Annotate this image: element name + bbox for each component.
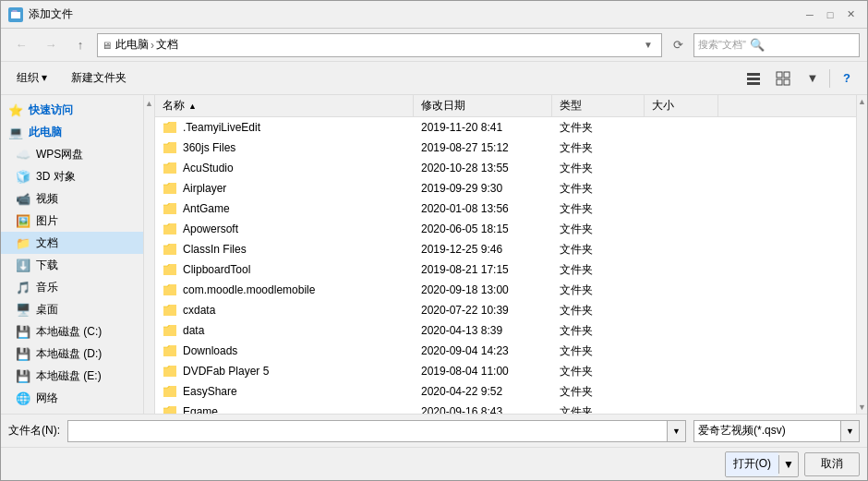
file-row-9[interactable]: cxdata2020-07-22 10:39文件夹 <box>155 300 856 320</box>
sidebar-item-label-12: 本地磁盘 (E:) <box>36 368 102 384</box>
file-type-cell-6: 文件夹 <box>552 239 645 259</box>
col-header-name[interactable]: 名称 ▲ <box>155 95 414 116</box>
sidebar-items-container: ⭐快速访问💻此电脑☁️WPS网盘🧊3D 对象📹视频🖼️图片📁文档⬇️下载🎵音乐🖥… <box>1 99 143 409</box>
file-size-cell-5 <box>645 219 718 239</box>
address-dropdown-button[interactable]: ▼ <box>639 40 657 50</box>
file-list: .TeamyiLiveEdit2019-11-20 8:41文件夹360js F… <box>155 117 856 414</box>
sidebar-item-5[interactable]: 🖼️图片 <box>1 210 143 232</box>
maximize-button[interactable]: □ <box>821 6 839 24</box>
sidebar-item-13[interactable]: 🌐网络 <box>1 387 143 409</box>
file-row-4[interactable]: AntGame2020-01-08 13:56文件夹 <box>155 198 856 219</box>
file-date-cell-10: 2020-04-13 8:39 <box>414 320 552 341</box>
sidebar-item-4[interactable]: 📹视频 <box>1 187 143 210</box>
view-dropdown-button[interactable]: ▼ <box>800 66 826 90</box>
file-row-8[interactable]: com.moodle.moodlemobile2020-09-18 13:00文… <box>155 280 856 300</box>
sidebar-item-10[interactable]: 💾本地磁盘 (C:) <box>1 320 143 343</box>
view-details-button[interactable] <box>741 66 766 90</box>
file-row-10[interactable]: data2020-04-13 8:39文件夹 <box>155 320 856 341</box>
file-row-3[interactable]: Airplayer2019-09-29 9:30文件夹 <box>155 178 856 198</box>
file-type-cell-11: 文件夹 <box>552 341 645 361</box>
sidebar-item-label-3: 3D 对象 <box>36 169 76 185</box>
file-name-cell-2: AcuStudio <box>155 158 414 178</box>
desktop-icon: 🖥️ <box>16 302 30 317</box>
file-type-cell-2: 文件夹 <box>552 158 645 178</box>
file-row-12[interactable]: DVDFab Player 52019-08-04 11:00文件夹 <box>155 361 856 381</box>
open-button[interactable]: 打开(O) <box>726 452 778 476</box>
file-name-cell-7: ClipboardTool <box>155 259 414 280</box>
file-name-text-13: EasyShare <box>183 385 237 398</box>
toolbar: 组织 ▾ 新建文件夹 ▼ ? <box>1 62 867 95</box>
image-icon: 🖼️ <box>16 213 30 228</box>
file-size-cell-10 <box>645 320 718 341</box>
sidebar-item-9[interactable]: 🖥️桌面 <box>1 298 143 320</box>
file-name-cell-14: Egame <box>155 402 414 414</box>
address-segment-1[interactable]: 此电脑 <box>115 37 149 53</box>
file-row-1[interactable]: 360js Files2019-08-27 15:12文件夹 <box>155 138 856 158</box>
organize-button[interactable]: 组织 ▾ <box>8 66 55 90</box>
file-row-13[interactable]: EasyShare2020-04-22 9:52文件夹 <box>155 381 856 402</box>
filetype-dropdown-button[interactable]: ▼ <box>841 420 860 442</box>
file-row-6[interactable]: ClassIn Files2019-12-25 9:46文件夹 <box>155 239 856 259</box>
file-row-2[interactable]: AcuStudio2020-10-28 13:55文件夹 <box>155 158 856 178</box>
search-button[interactable]: 🔍 <box>750 38 765 52</box>
col-header-size[interactable]: 大小 <box>645 95 718 116</box>
file-row-5[interactable]: Apowersoft2020-06-05 18:15文件夹 <box>155 219 856 239</box>
open-dropdown-button[interactable]: ▼ <box>779 452 798 476</box>
file-date-cell-1: 2019-08-27 15:12 <box>414 138 552 158</box>
folder-icon-13 <box>163 384 177 399</box>
help-button[interactable]: ? <box>834 66 860 90</box>
sidebar-item-2[interactable]: ☁️WPS网盘 <box>1 143 143 165</box>
new-folder-button[interactable]: 新建文件夹 <box>63 66 135 90</box>
file-list-header: 名称 ▲ 修改日期 类型 大小 <box>155 95 856 117</box>
filename-input[interactable] <box>67 420 668 442</box>
sidebar-item-label-13: 网络 <box>36 391 58 406</box>
sidebar-item-7[interactable]: ⬇️下载 <box>1 254 143 276</box>
file-list-container: ▲ 名称 ▲ 修改日期 类型 <box>144 95 867 414</box>
cancel-button[interactable]: 取消 <box>804 452 860 476</box>
sidebar-item-12[interactable]: 💾本地磁盘 (E:) <box>1 365 143 387</box>
col-header-date[interactable]: 修改日期 <box>414 95 552 116</box>
forward-button[interactable]: → <box>38 33 64 57</box>
file-type-cell-14: 文件夹 <box>552 402 645 414</box>
file-date-cell-11: 2020-09-04 14:23 <box>414 341 552 361</box>
minimize-button[interactable]: ─ <box>801 6 819 24</box>
sidebar-item-8[interactable]: 🎵音乐 <box>1 276 143 298</box>
filename-dropdown-button[interactable]: ▼ <box>668 420 686 442</box>
sidebar-item-1[interactable]: 💻此电脑 <box>1 121 143 143</box>
up-button[interactable]: ↑ <box>67 33 93 57</box>
folder-icon-11 <box>163 343 177 358</box>
file-name-text-5: Apowersoft <box>183 222 238 235</box>
filetype-select[interactable]: 爱奇艺视频(*.qsv) <box>693 420 841 442</box>
file-name-cell-9: cxdata <box>155 300 414 320</box>
file-row-14[interactable]: Egame2020-09-16 8:43文件夹 <box>155 402 856 414</box>
back-button[interactable]: ← <box>8 33 34 57</box>
close-button[interactable]: ✕ <box>841 6 860 24</box>
refresh-button[interactable]: ⟳ <box>666 33 690 57</box>
video-icon: 📹 <box>16 191 30 206</box>
address-segment-2[interactable]: 文档 <box>156 37 178 53</box>
sidebar-item-label-5: 图片 <box>36 213 58 229</box>
sidebar-item-6[interactable]: 📁文档 <box>1 232 143 254</box>
folder-icon: 📁 <box>16 235 30 250</box>
file-rows-container: .TeamyiLiveEdit2019-11-20 8:41文件夹360js F… <box>155 117 856 414</box>
file-row-0[interactable]: .TeamyiLiveEdit2019-11-20 8:41文件夹 <box>155 117 856 138</box>
file-row-7[interactable]: ClipboardTool2019-08-21 17:15文件夹 <box>155 259 856 280</box>
file-dialog: 添加文件 ─ □ ✕ ← → ↑ 🖥 此电脑 › 文档 ▼ ⟳ 搜索"文档" 🔍 <box>0 0 868 481</box>
folder-icon-8 <box>163 283 177 297</box>
file-name-text-9: cxdata <box>183 304 215 317</box>
sidebar-item-0[interactable]: ⭐快速访问 <box>1 99 143 121</box>
right-scrollbar[interactable]: ▲ ▼ <box>856 95 867 414</box>
col-header-type[interactable]: 类型 <box>552 95 645 116</box>
file-name-cell-0: .TeamyiLiveEdit <box>155 117 414 138</box>
sidebar-item-3[interactable]: 🧊3D 对象 <box>1 165 143 187</box>
sidebar-item-11[interactable]: 💾本地磁盘 (D:) <box>1 343 143 365</box>
cube-icon: 🧊 <box>16 169 30 184</box>
view-icon-button[interactable] <box>770 66 796 90</box>
music-icon: 🎵 <box>16 280 30 295</box>
file-date-cell-9: 2020-07-22 10:39 <box>414 300 552 320</box>
folder-icon-12 <box>163 364 177 379</box>
file-row-11[interactable]: Downloads2020-09-04 14:23文件夹 <box>155 341 856 361</box>
file-date-cell-2: 2020-10-28 13:55 <box>414 158 552 178</box>
file-size-cell-14 <box>645 402 718 414</box>
file-name-text-11: Downloads <box>183 344 237 357</box>
